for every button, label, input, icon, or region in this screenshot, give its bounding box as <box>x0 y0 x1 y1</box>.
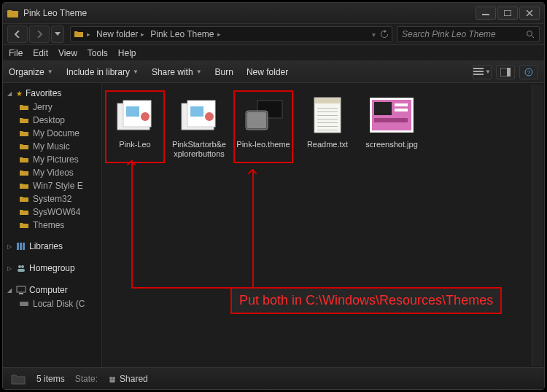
sidebar-item[interactable]: System32 <box>3 192 101 205</box>
homegroup-icon <box>16 264 26 273</box>
maximize-button[interactable] <box>497 7 518 20</box>
annotation-line <box>252 169 254 288</box>
sidebar-item[interactable]: My Music <box>3 140 101 153</box>
file-item[interactable]: Pink-leo.theme <box>233 90 293 163</box>
svg-rect-11 <box>20 243 22 250</box>
sidebar-item-label: Win7 Style E <box>33 181 83 191</box>
state-label: State: <box>75 374 98 384</box>
sidebar-computer-header[interactable]: ◢Computer <box>3 283 101 297</box>
include-library-label: Include in library <box>66 67 130 77</box>
search-icon <box>526 30 535 39</box>
statusbar: 5 items State: Shared <box>3 367 544 389</box>
svg-point-46 <box>112 377 115 380</box>
forward-button[interactable] <box>29 26 50 43</box>
menu-tools[interactable]: Tools <box>88 48 108 58</box>
file-item[interactable]: screenshot.jpg <box>362 90 422 163</box>
sidebar-item[interactable]: My Videos <box>3 166 101 179</box>
search-input[interactable]: Search Pink Leo Theme <box>397 26 540 42</box>
sidebar-item-label: My Pictures <box>33 154 79 165</box>
share-with-button[interactable]: Share with▼ <box>152 67 202 77</box>
content-pane[interactable]: Pink-LeoPinkStartorb&explorerbuttonsPink… <box>102 83 544 367</box>
sidebar-item[interactable]: Jerry <box>3 101 101 114</box>
file-item[interactable]: PinkStartorb&explorerbuttons <box>169 90 229 163</box>
burn-button[interactable]: Burn <box>215 67 233 77</box>
folder-icon <box>19 181 29 190</box>
file-thumbnail <box>112 95 158 136</box>
menubar: File Edit View Tools Help <box>3 45 544 61</box>
sidebar-libraries-header[interactable]: ▷Libraries <box>3 239 101 254</box>
menu-file[interactable]: File <box>9 48 23 58</box>
file-item[interactable]: Pink-Leo <box>105 90 165 163</box>
svg-rect-32 <box>317 108 338 109</box>
file-label: screenshot.jpg <box>365 140 418 149</box>
view-mode-button[interactable]: ▼ <box>473 65 492 79</box>
collapse-icon: ◢ <box>7 287 13 294</box>
sidebar-item-label: My Docume <box>33 128 79 138</box>
scrollbar[interactable] <box>532 85 543 366</box>
folder-icon <box>19 103 29 111</box>
expand-icon: ▷ <box>7 265 13 272</box>
window-buttons <box>476 7 540 20</box>
back-button[interactable] <box>7 26 28 43</box>
explorer-window: Pink Leo Theme ▸ New folder▸ Pink Leo Th… <box>2 2 545 390</box>
state-value-wrap: Shared <box>108 374 148 384</box>
svg-rect-10 <box>17 243 19 250</box>
svg-rect-1 <box>504 10 511 16</box>
new-folder-button[interactable]: New folder <box>247 67 288 77</box>
svg-rect-12 <box>23 243 25 250</box>
address-bar[interactable]: ▸ New folder▸ Pink Leo Theme▸ ▾ <box>70 26 392 42</box>
preview-pane-button[interactable] <box>496 65 515 79</box>
breadcrumb-item[interactable]: Pink Leo Theme▸ <box>147 29 223 39</box>
sidebar-item[interactable]: Themes <box>3 219 101 232</box>
breadcrumb-item[interactable]: New folder▸ <box>93 29 147 39</box>
close-button[interactable] <box>519 7 540 20</box>
svg-rect-34 <box>317 115 338 116</box>
sidebar-item[interactable]: My Pictures <box>3 153 101 166</box>
svg-point-2 <box>527 31 532 36</box>
help-button[interactable]: ? <box>519 65 538 79</box>
organize-button[interactable]: Organize▼ <box>9 67 53 77</box>
sidebar: ◢★Favorites JerryDesktopMy DocumeMy Musi… <box>3 83 102 367</box>
sidebar-item-label: Local Disk (C <box>33 299 85 309</box>
search-placeholder: Search Pink Leo Theme <box>402 29 526 39</box>
chevron-down-icon: ▼ <box>47 68 53 75</box>
sidebar-item-label: System32 <box>33 194 71 204</box>
svg-rect-3 <box>473 68 484 69</box>
include-library-button[interactable]: Include in library▼ <box>66 67 139 77</box>
sidebar-item[interactable]: Win7 Style E <box>3 179 101 192</box>
folder-icon <box>74 30 84 39</box>
file-label: Pink-leo.theme <box>236 140 290 149</box>
folder-icon <box>19 142 29 151</box>
svg-rect-29 <box>247 112 266 128</box>
breadcrumb-root[interactable]: ▸ <box>84 31 93 38</box>
menu-view[interactable]: View <box>58 48 77 58</box>
shared-icon <box>108 375 117 383</box>
menu-help[interactable]: Help <box>118 48 136 58</box>
star-icon: ★ <box>16 90 23 98</box>
nav-row: ▸ New folder▸ Pink Leo Theme▸ ▾ Search P… <box>3 23 544 45</box>
sidebar-favorites-header[interactable]: ◢★Favorites <box>3 86 101 101</box>
sidebar-item[interactable]: My Docume <box>3 127 101 140</box>
svg-rect-18 <box>20 302 28 306</box>
minimize-button[interactable] <box>476 7 496 20</box>
folder-icon <box>19 221 29 230</box>
file-item[interactable]: Readme.txt <box>298 90 357 163</box>
history-dropdown-button[interactable] <box>51 26 64 43</box>
svg-rect-16 <box>17 286 26 292</box>
menu-edit[interactable]: Edit <box>33 48 48 58</box>
svg-rect-47 <box>109 380 115 383</box>
sidebar-item[interactable]: SysWOW64 <box>3 205 101 219</box>
sidebar-item-local-disk[interactable]: Local Disk (C <box>3 297 101 310</box>
file-label: PinkStartorb&explorerbuttons <box>171 140 228 159</box>
svg-rect-15 <box>18 269 25 272</box>
folder-icon <box>19 116 29 125</box>
file-thumbnail <box>368 95 415 136</box>
sidebar-homegroup-header[interactable]: ▷Homegroup <box>3 261 101 275</box>
svg-rect-25 <box>190 106 203 117</box>
dropdown-icon[interactable]: ▾ <box>372 31 376 39</box>
refresh-icon[interactable] <box>380 30 389 39</box>
share-with-label: Share with <box>152 67 193 77</box>
burn-label: Burn <box>215 67 233 77</box>
sidebar-item[interactable]: Desktop <box>3 114 101 127</box>
svg-rect-7 <box>507 68 511 77</box>
